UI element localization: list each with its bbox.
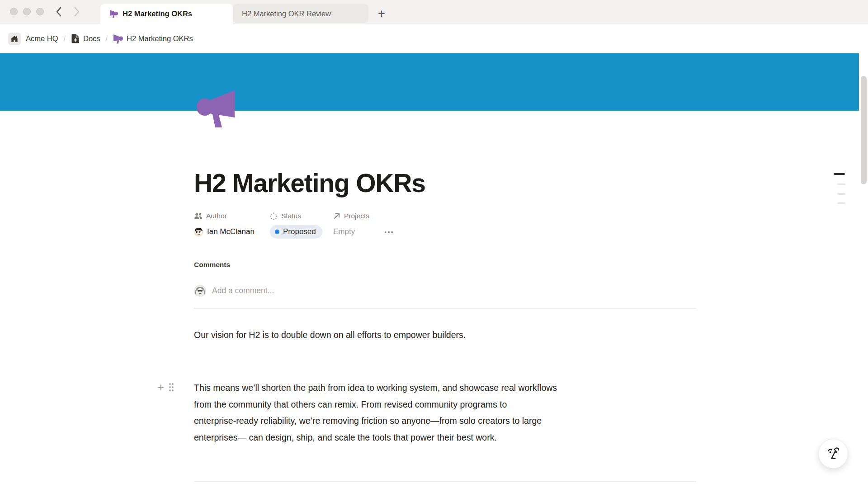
author-avatar [194, 227, 203, 237]
author-value[interactable]: Ian McClanan [194, 227, 270, 237]
toc-line[interactable] [837, 183, 845, 185]
window-controls [10, 8, 44, 15]
add-comment-row[interactable]: Add a comment... [194, 279, 696, 302]
drag-handle-icon[interactable] [168, 382, 175, 392]
breadcrumb-separator: / [63, 35, 66, 43]
author-name: Ian McClanan [207, 227, 255, 236]
projects-value[interactable]: Empty [333, 227, 384, 236]
tab-bar: H2 Marketing OKRs H2 Marketing OKR Revie… [0, 0, 868, 23]
paragraph-line: enterprises— can design, ship, and scale… [194, 429, 696, 446]
tab-label: H2 Marketing OKR Review [242, 9, 331, 18]
current-user-avatar [194, 285, 206, 297]
comments-heading: Comments [194, 261, 696, 269]
paragraph-line: from the community that others can remix… [194, 396, 696, 413]
breadcrumb-current-page[interactable]: H2 Marketing OKRs [113, 34, 193, 44]
back-chevron-icon[interactable] [55, 6, 62, 17]
megaphone-icon [109, 9, 118, 18]
home-icon[interactable] [8, 33, 21, 45]
table-of-contents-indicator [834, 173, 845, 204]
forward-chevron-icon[interactable] [74, 6, 80, 17]
add-block-button[interactable]: + [157, 381, 164, 393]
status-spinner-icon [270, 212, 278, 220]
breadcrumb: Acme HQ / Docs / H2 Marketing OKRs [8, 33, 193, 45]
status-value[interactable]: Proposed [270, 225, 333, 239]
window-minimize-button[interactable] [23, 8, 31, 15]
page-cover [0, 53, 859, 111]
document-body: H2 Marketing OKRs Author Status Projects [194, 111, 696, 482]
add-comment-input[interactable]: Add a comment... [212, 286, 274, 296]
window-close-button[interactable] [10, 8, 18, 15]
property-table: Author Status Projects [194, 208, 696, 240]
scrollbar-thumb[interactable] [861, 76, 867, 184]
property-author[interactable]: Author [194, 212, 270, 220]
breadcrumb-docs[interactable]: Docs [71, 34, 100, 43]
ai-assistant-button[interactable] [818, 439, 848, 469]
paragraph-block[interactable]: + This means we’ll shorten the path from… [194, 380, 696, 446]
block-controls: + [157, 381, 175, 393]
arrow-up-right-icon [333, 212, 340, 220]
paragraph-line: enterprise-ready reliability, we’re remo… [194, 413, 696, 429]
property-status[interactable]: Status [270, 212, 333, 220]
ai-face-icon [825, 446, 841, 462]
people-icon [194, 212, 203, 220]
breadcrumb-separator: / [105, 35, 108, 43]
status-pill: Proposed [270, 225, 322, 239]
history-nav [55, 0, 80, 23]
divider [194, 481, 696, 482]
window-zoom-button[interactable] [36, 8, 44, 15]
toc-line[interactable] [837, 202, 845, 204]
paragraph-line: This means we’ll shorten the path from i… [194, 380, 696, 396]
status-dot [275, 230, 279, 234]
tab-label: H2 Marketing OKRs [123, 9, 192, 18]
divider [194, 308, 696, 309]
paragraph-block[interactable]: Our vision for H2 is to double down on a… [194, 327, 696, 343]
breadcrumb-workspace[interactable]: Acme HQ [26, 34, 58, 43]
megaphone-icon [113, 34, 123, 44]
new-tab-button[interactable]: + [373, 5, 390, 22]
page-header: Acme HQ / Docs / H2 Marketing OKRs [0, 24, 868, 53]
tab-h2-marketing-okrs[interactable]: H2 Marketing OKRs [100, 4, 233, 23]
app-window: H2 Marketing OKRs H2 Marketing OKR Revie… [0, 0, 868, 488]
property-projects[interactable]: Projects [333, 212, 384, 220]
document-icon [71, 34, 80, 43]
toc-line-current[interactable] [834, 173, 845, 175]
page-title[interactable]: H2 Marketing OKRs [194, 169, 696, 197]
property-more-button[interactable]: ••• [384, 228, 394, 236]
tab-h2-marketing-okr-review[interactable]: H2 Marketing OKR Review [233, 4, 368, 23]
toc-line[interactable] [837, 193, 845, 195]
